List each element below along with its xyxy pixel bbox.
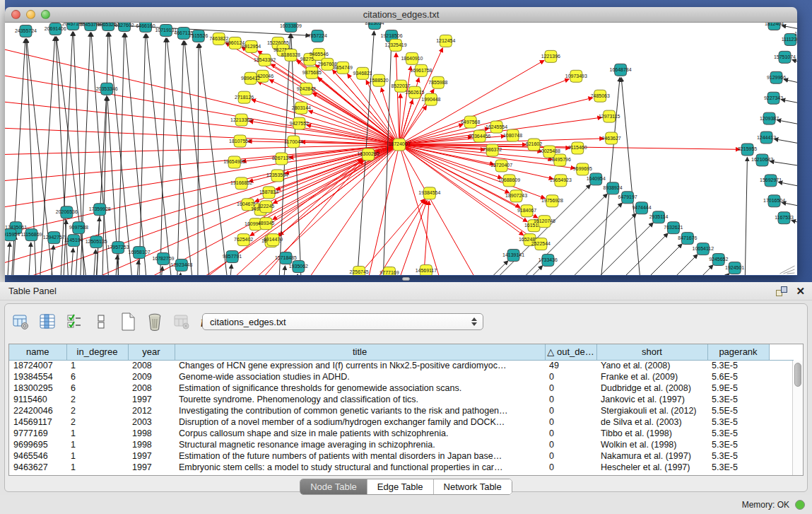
graph-node[interactable]: 14139141 [502, 250, 524, 262]
graph-node[interactable]: 10688609 [498, 175, 520, 187]
panel-splitter-handle[interactable] [402, 277, 410, 281]
table-row[interactable]: 2242004622012Investigating the contribut… [9, 405, 794, 416]
graph-node[interactable]: 15720407 [490, 160, 512, 172]
table-row[interactable]: 977716911998Corpus callosum shape and si… [9, 428, 794, 439]
close-panel-icon[interactable]: ✕ [796, 286, 805, 296]
trash-icon[interactable] [145, 312, 165, 332]
graph-node[interactable]: 8215955 [738, 144, 757, 156]
float-window-icon[interactable] [776, 286, 787, 296]
table-selector-dropdown[interactable]: citations_edges.txt [202, 313, 483, 330]
column-header-out_de…[interactable]: △ out_de… [545, 344, 596, 360]
graph-node[interactable]: 1588520 [370, 74, 389, 86]
graph-node[interactable]: 6466160 [136, 23, 155, 32]
graph-node[interactable]: 16961758 [410, 64, 432, 76]
graph-node[interactable]: 1212454 [436, 35, 455, 47]
graph-node[interactable]: 1587834 [259, 187, 278, 199]
table-scrollbar[interactable] [792, 361, 803, 475]
column-header-in_degree[interactable]: in_degree [66, 344, 128, 360]
graph-node[interactable]: 1167533 [775, 212, 794, 224]
column-visibility-icon[interactable] [37, 312, 57, 332]
zoom-window-button[interactable] [41, 10, 50, 19]
graph-node[interactable]: 16648784 [610, 64, 632, 76]
graph-node[interactable]: 11156869 [20, 229, 42, 241]
network-window-titlebar[interactable]: citations_edges.txt [5, 7, 797, 23]
tab-node-table[interactable]: Node Table [300, 479, 367, 494]
graph-node[interactable]: 16958107 [129, 247, 151, 259]
graph-node[interactable]: 8813054 [365, 23, 384, 29]
graph-node[interactable]: 24355724 [15, 25, 37, 37]
graph-node[interactable]: 15692971 [760, 175, 782, 187]
graph-node[interactable]: 9245652 [709, 254, 728, 266]
column-header-year[interactable]: year [128, 344, 175, 360]
graph-node[interactable]: 1244413 [757, 132, 776, 144]
graph-node[interactable]: 9129966 [767, 71, 786, 83]
tab-network-table[interactable]: Network Table [434, 479, 512, 494]
column-header-title[interactable]: title [175, 344, 545, 360]
graph-node[interactable]: 6479197 [618, 192, 637, 204]
graph-node[interactable]: 1924501 [725, 262, 744, 274]
graph-node[interactable]: 2935114 [649, 211, 669, 223]
graph-node[interactable]: 822245 [258, 201, 274, 213]
graph-node[interactable]: 19384554 [418, 187, 440, 199]
graph-node[interactable]: 19654923 [550, 175, 572, 187]
graph-node[interactable]: 489345 [258, 218, 274, 230]
graph-node[interactable]: 9184067 [517, 205, 536, 217]
graph-node[interactable]: 7855988 [428, 76, 447, 88]
table-row[interactable]: 969969511998Structural magnetic resonanc… [9, 439, 794, 450]
table-row[interactable]: 1830029562008Estimation of significance … [9, 382, 794, 394]
graph-node[interactable]: 9115460 [568, 142, 587, 154]
graph-node[interactable]: 1640954 [587, 173, 606, 185]
graph-node[interactable]: 18640910 [401, 52, 423, 64]
column-header-name[interactable]: name [9, 344, 66, 360]
table-scrollbar-thumb[interactable] [794, 363, 801, 387]
graph-node[interactable]: 20206536 [56, 206, 78, 218]
graph-node[interactable]: 6497568 [461, 116, 480, 128]
graph-node[interactable]: 1209387 [760, 112, 779, 124]
graph-node[interactable]: 2718126 [235, 91, 254, 103]
graph-node[interactable]: 19166852 [230, 177, 252, 189]
graph-node[interactable]: 9463627 [602, 132, 621, 144]
graph-node[interactable]: 17957253 [107, 242, 129, 254]
table-row[interactable]: 911546021997Tourette syndrome. Phenomeno… [9, 394, 794, 405]
checklist-icon[interactable] [64, 312, 84, 332]
graph-node[interactable]: 10654112 [693, 243, 714, 255]
column-header-short[interactable]: short [596, 344, 707, 360]
graph-node[interactable]: 8471676 [678, 233, 697, 245]
table-row[interactable]: 1872400712008Changes of HCN gene express… [9, 360, 794, 371]
new-document-icon[interactable] [118, 312, 138, 332]
graph-node[interactable]: 12353594 [266, 170, 288, 182]
graph-node[interactable]: 1990448 [421, 93, 440, 105]
graph-node[interactable]: 9699695 [573, 163, 592, 175]
graph-node[interactable]: 19756928 [541, 195, 563, 207]
graph-node[interactable]: 18907243 [505, 190, 527, 202]
graph-node[interactable]: 8938924 [604, 182, 623, 194]
graph-node[interactable]: 2256745 [350, 267, 369, 275]
network-view-canvas[interactable]: 2435572420691406204571961045378610653267… [5, 23, 797, 275]
graph-node[interactable]: 10973493 [565, 70, 587, 82]
graph-node[interactable]: 9097588 [69, 222, 88, 234]
graph-node[interactable]: 7857224 [308, 30, 327, 42]
graph-node[interactable]: 12923448 [170, 259, 192, 271]
graph-node[interactable]: 1080748 [503, 129, 522, 141]
table-row[interactable]: 1456911722003Disruption of a novel membe… [9, 416, 794, 428]
tab-edge-table[interactable]: Edge Table [367, 479, 434, 494]
graph-node[interactable]: 17016504 [763, 195, 785, 207]
rows-icon[interactable] [91, 312, 111, 332]
table-row[interactable]: 1938455462009Genome-wide association stu… [9, 371, 794, 382]
graph-node[interactable]: 16033809 [280, 23, 302, 32]
table-settings-icon[interactable] [11, 312, 30, 332]
graph-node[interactable]: 18107552 [229, 135, 251, 147]
graph-node[interactable]: 16210643 [751, 154, 773, 166]
graph-node[interactable]: 1170044 [284, 136, 303, 148]
graph-node[interactable]: 15751074 [774, 51, 796, 63]
close-window-button[interactable] [11, 10, 20, 19]
graph-node[interactable]: 12942757 [43, 232, 65, 244]
resize-grip-icon[interactable] [787, 273, 794, 274]
graph-node[interactable]: 14569117 [416, 265, 437, 275]
minimize-window-button[interactable] [26, 10, 35, 19]
table-row[interactable]: 946554611997Estimation of the future num… [9, 450, 794, 462]
graph-node[interactable]: 1733436 [539, 255, 558, 267]
graph-node[interactable]: 18543392 [254, 54, 276, 66]
graph-node[interactable]: 9227343 [764, 92, 783, 104]
table-row[interactable]: 946362711997Embryonic stem cells: a mode… [9, 462, 794, 473]
